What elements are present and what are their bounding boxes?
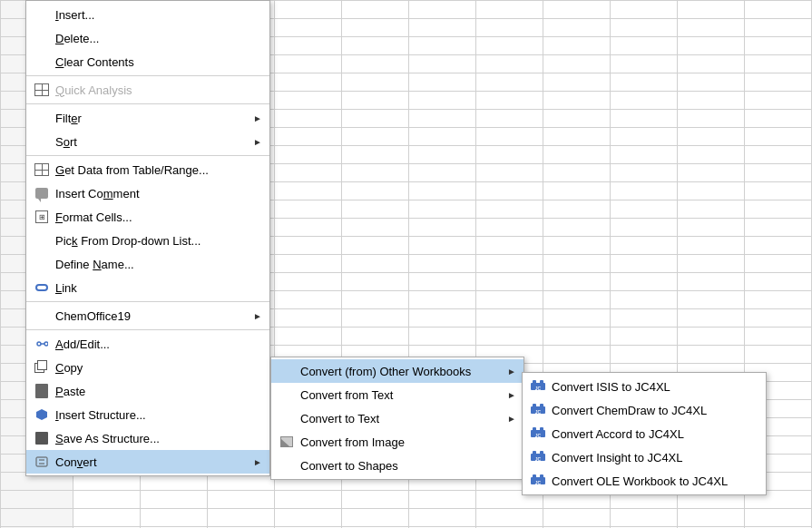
convert-icon: [32, 454, 52, 470]
svg-rect-16: [533, 427, 536, 431]
submenu-item-convert-from-image[interactable]: Convert from Image: [271, 430, 523, 454]
blank-icon: [277, 410, 297, 426]
menu-item-link[interactable]: Link: [26, 276, 269, 299]
menu-item-define-name[interactable]: Define Name...: [26, 252, 269, 276]
menu-item-convert[interactable]: Convert ►: [26, 450, 269, 474]
separator: [26, 155, 269, 156]
svg-rect-9: [540, 380, 543, 384]
svg-rect-24: [533, 474, 536, 478]
svg-text:JC: JC: [535, 386, 542, 391]
submenu-item-convert-other-workbooks[interactable]: Convert (from) Other Workbooks ►: [271, 359, 523, 383]
submenu-item-convert-insight[interactable]: JC Convert Insight to JC4XL: [523, 445, 766, 469]
menu-item-insert[interactable]: Insert...: [26, 3, 269, 26]
paste-icon: [32, 383, 52, 399]
blank-icon: [32, 110, 52, 126]
svg-text:JC: JC: [535, 433, 542, 438]
svg-rect-13: [540, 404, 543, 407]
svg-rect-20: [533, 451, 536, 455]
menu-item-filter[interactable]: Filter ►: [26, 106, 269, 130]
menu-item-quick-analysis: Quick Analysis: [26, 78, 269, 102]
blank-icon: [32, 308, 52, 324]
svg-rect-3: [36, 457, 47, 466]
table-icon: [32, 161, 52, 178]
menu-item-clear-contents[interactable]: Clear Contents: [26, 50, 269, 73]
blank-icon: [277, 457, 297, 474]
blank-icon: [277, 363, 297, 379]
svg-rect-25: [540, 474, 543, 478]
blank-icon: [32, 133, 52, 150]
menu-item-chemoffice[interactable]: ChemOffice19 ►: [26, 304, 269, 328]
blank-icon: [32, 6, 52, 23]
comment-icon: [32, 185, 52, 201]
menu-item-delete[interactable]: Delete...: [26, 26, 269, 50]
separator: [26, 103, 269, 104]
grid-icon: [32, 82, 52, 98]
blank-icon: [32, 256, 52, 272]
struct-icon: [32, 406, 52, 423]
menu-item-get-data[interactable]: Get Data from Table/Range...: [26, 158, 269, 181]
separator: [26, 329, 269, 330]
svg-text:JC: JC: [535, 456, 542, 462]
submenu-item-convert-accord[interactable]: JC Convert Accord to JC4XL: [523, 422, 766, 445]
menu-item-addedit[interactable]: Add/Edit...: [26, 332, 269, 356]
mol-icon: [32, 336, 52, 352]
arrow-icon: ►: [253, 311, 262, 321]
svg-text:JC: JC: [535, 409, 542, 415]
image-icon: [277, 434, 297, 450]
copy-icon: [32, 359, 52, 376]
svg-rect-17: [540, 427, 543, 431]
svg-rect-12: [533, 404, 536, 407]
blank-icon: [32, 232, 52, 249]
menu-item-copy[interactable]: Copy: [26, 356, 269, 379]
arrow-icon: ►: [507, 390, 516, 400]
submenu-item-convert-from-text[interactable]: Convert from Text ►: [271, 383, 523, 406]
context-menu: Insert... Delete... Clear Contents Quick…: [25, 0, 270, 476]
jc4xl-icon: JC: [528, 378, 548, 395]
other-workbooks-submenu: JC Convert ISIS to JC4XL JC Convert Chem…: [522, 372, 767, 495]
jc4xl-icon: JC: [528, 473, 548, 489]
svg-point-0: [37, 342, 41, 346]
menu-item-insert-comment[interactable]: Insert Comment: [26, 181, 269, 205]
svg-rect-8: [533, 380, 536, 384]
separator: [26, 75, 269, 76]
arrow-icon: ►: [507, 367, 516, 376]
submenu-item-convert-ole[interactable]: JC Convert OLE Workbook to JC4XL: [523, 469, 766, 493]
menu-item-sort[interactable]: Sort ►: [26, 130, 269, 153]
link-icon: [32, 279, 52, 296]
svg-text:JC: JC: [535, 480, 542, 485]
menu-item-format-cells[interactable]: ⊞ Format Cells...: [26, 205, 269, 229]
separator: [26, 301, 269, 302]
menu-item-insert-structure[interactable]: Insert Structure...: [26, 403, 269, 426]
submenu-item-convert-to-text[interactable]: Convert to Text ►: [271, 406, 523, 430]
menu-item-save-structure[interactable]: Save As Structure...: [26, 426, 269, 450]
arrow-icon: ►: [253, 137, 262, 147]
menu-item-paste[interactable]: Paste: [26, 379, 269, 403]
convert-submenu: Convert (from) Other Workbooks ► Convert…: [270, 357, 524, 480]
blank-icon: [32, 54, 52, 70]
save-icon: [32, 430, 52, 446]
jc4xl-icon: JC: [528, 402, 548, 418]
jc4xl-icon: JC: [528, 425, 548, 442]
blank-icon: [32, 30, 52, 46]
svg-point-2: [44, 342, 48, 346]
arrow-icon: ►: [253, 457, 262, 467]
arrow-icon: ►: [253, 113, 262, 123]
submenu-item-convert-to-shapes[interactable]: Convert to Shapes: [271, 454, 523, 477]
jc4xl-icon: JC: [528, 449, 548, 465]
menu-item-pick-dropdown[interactable]: Pick From Drop-down List...: [26, 229, 269, 252]
submenu-item-convert-chemdraw[interactable]: JC Convert ChemDraw to JC4XL: [523, 398, 766, 422]
blank-icon: [277, 386, 297, 403]
submenu-item-convert-isis[interactable]: JC Convert ISIS to JC4XL: [523, 375, 766, 398]
svg-rect-21: [540, 451, 543, 455]
arrow-icon: ►: [507, 414, 516, 424]
format-icon: ⊞: [32, 209, 52, 225]
